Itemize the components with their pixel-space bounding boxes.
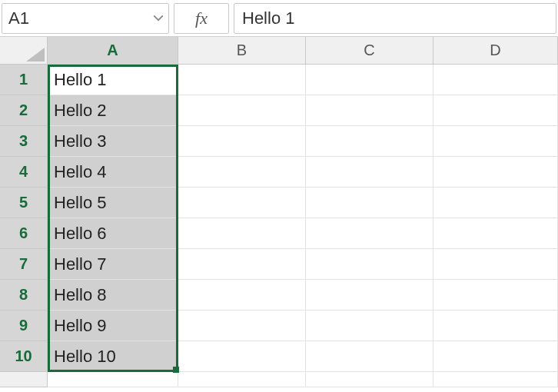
- cell-a10[interactable]: Hello 10: [48, 341, 178, 372]
- cell-c1[interactable]: [306, 65, 433, 95]
- cell-c10[interactable]: [306, 341, 433, 372]
- formula-input[interactable]: Hello 1: [234, 3, 556, 34]
- select-all-corner[interactable]: [0, 37, 48, 65]
- cell-d11[interactable]: [433, 372, 558, 387]
- column-header-a[interactable]: A: [48, 37, 178, 65]
- column-header-c[interactable]: C: [306, 37, 433, 65]
- row-9: 9 Hello 9: [0, 311, 558, 341]
- cell-a7[interactable]: Hello 7: [48, 249, 178, 280]
- row-header-3[interactable]: 3: [0, 126, 48, 157]
- fx-button[interactable]: fx: [174, 3, 229, 34]
- cell-a11[interactable]: [48, 372, 178, 387]
- row-10: 10 Hello 10: [0, 341, 558, 372]
- cell-b4[interactable]: [178, 157, 306, 188]
- cell-b7[interactable]: [178, 249, 306, 280]
- row-header-8[interactable]: 8: [0, 280, 48, 311]
- cell-a8[interactable]: Hello 8: [48, 280, 178, 311]
- row-header-7[interactable]: 7: [0, 249, 48, 280]
- cell-d6[interactable]: [433, 218, 558, 249]
- row-header-6[interactable]: 6: [0, 218, 48, 249]
- spreadsheet-grid: A B C D 1 Hello 1 2 Hello 2 3 Hello 3 4: [0, 37, 558, 387]
- cell-a2[interactable]: Hello 2: [48, 95, 178, 126]
- column-header-b[interactable]: B: [178, 37, 306, 65]
- cell-c4[interactable]: [306, 157, 433, 188]
- cell-c9[interactable]: [306, 311, 433, 341]
- cell-b3[interactable]: [178, 126, 306, 157]
- row-header-2[interactable]: 2: [0, 95, 48, 126]
- row-3: 3 Hello 3: [0, 126, 558, 157]
- cell-a3[interactable]: Hello 3: [48, 126, 178, 157]
- cell-d8[interactable]: [433, 280, 558, 311]
- cell-d1[interactable]: [433, 65, 558, 95]
- cell-c8[interactable]: [306, 280, 433, 311]
- cell-reference: A1: [8, 8, 29, 28]
- row-6: 6 Hello 6: [0, 218, 558, 249]
- cell-b6[interactable]: [178, 218, 306, 249]
- cell-d3[interactable]: [433, 126, 558, 157]
- row-1: 1 Hello 1: [0, 65, 558, 95]
- cell-a4[interactable]: Hello 4: [48, 157, 178, 188]
- column-header-d[interactable]: D: [433, 37, 558, 65]
- cell-d9[interactable]: [433, 311, 558, 341]
- cell-c3[interactable]: [306, 126, 433, 157]
- row-4: 4 Hello 4: [0, 157, 558, 188]
- name-box[interactable]: A1: [2, 3, 169, 34]
- row-5: 5 Hello 5: [0, 188, 558, 218]
- row-header-4[interactable]: 4: [0, 157, 48, 188]
- cell-d2[interactable]: [433, 95, 558, 126]
- formula-bar: A1 fx Hello 1: [0, 0, 558, 37]
- row-8: 8 Hello 8: [0, 280, 558, 311]
- cell-b8[interactable]: [178, 280, 306, 311]
- column-headers: A B C D: [0, 37, 558, 65]
- cell-b5[interactable]: [178, 188, 306, 218]
- fx-label: fx: [195, 8, 208, 28]
- cell-c2[interactable]: [306, 95, 433, 126]
- cell-c6[interactable]: [306, 218, 433, 249]
- cell-c7[interactable]: [306, 249, 433, 280]
- row-11-partial: [0, 372, 558, 387]
- row-7: 7 Hello 7: [0, 249, 558, 280]
- row-header-10[interactable]: 10: [0, 341, 48, 372]
- rows: 1 Hello 1 2 Hello 2 3 Hello 3 4 Hello 4: [0, 65, 558, 387]
- cell-a1[interactable]: Hello 1: [48, 65, 178, 95]
- cell-b9[interactable]: [178, 311, 306, 341]
- cell-a5[interactable]: Hello 5: [48, 188, 178, 218]
- row-header-1[interactable]: 1: [0, 65, 48, 95]
- cell-b10[interactable]: [178, 341, 306, 372]
- row-2: 2 Hello 2: [0, 95, 558, 126]
- cell-d7[interactable]: [433, 249, 558, 280]
- cell-c11[interactable]: [306, 372, 433, 387]
- cell-c5[interactable]: [306, 188, 433, 218]
- chevron-down-icon[interactable]: [153, 12, 164, 23]
- cell-a9[interactable]: Hello 9: [48, 311, 178, 341]
- formula-value: Hello 1: [242, 8, 294, 28]
- cell-d5[interactable]: [433, 188, 558, 218]
- cell-a6[interactable]: Hello 6: [48, 218, 178, 249]
- cell-b2[interactable]: [178, 95, 306, 126]
- cell-d10[interactable]: [433, 341, 558, 372]
- row-header-11[interactable]: [0, 372, 48, 387]
- cell-b11[interactable]: [178, 372, 306, 387]
- row-header-9[interactable]: 9: [0, 311, 48, 341]
- cell-b1[interactable]: [178, 65, 306, 95]
- cell-d4[interactable]: [433, 157, 558, 188]
- row-header-5[interactable]: 5: [0, 188, 48, 218]
